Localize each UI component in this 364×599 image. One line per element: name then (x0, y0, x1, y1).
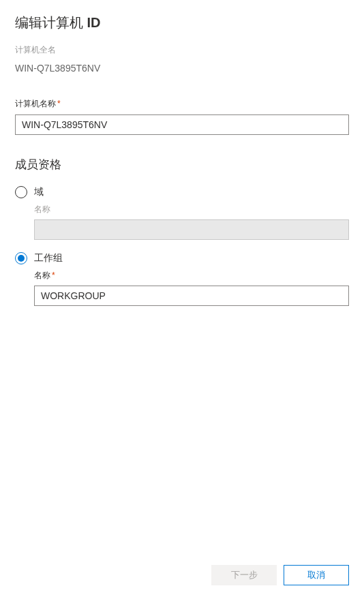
workgroup-name-field: 名称* (34, 270, 349, 306)
cancel-button[interactable]: 取消 (284, 565, 349, 585)
domain-name-label: 名称 (34, 204, 349, 215)
dialog-footer: 下一步 取消 (211, 565, 349, 585)
computer-name-label: 计算机名称* (15, 98, 349, 110)
full-name-label: 计算机全名 (15, 44, 349, 56)
radio-unselected-icon (15, 186, 27, 198)
radio-dot-icon (18, 255, 25, 262)
domain-name-input (34, 219, 349, 240)
workgroup-name-label: 名称* (34, 270, 349, 281)
computer-name-input[interactable] (15, 114, 349, 135)
workgroup-name-input[interactable] (34, 286, 349, 306)
title-bold: ID (87, 15, 101, 30)
full-name-value: WIN-Q7L3895T6NV (15, 63, 349, 74)
radio-selected-icon (15, 252, 27, 264)
title-prefix: 编辑计算机 (15, 15, 87, 30)
domain-name-field: 名称 (34, 204, 349, 240)
domain-radio[interactable]: 域 (15, 186, 349, 198)
membership-section-title: 成员资格 (15, 157, 349, 172)
required-mark: * (57, 99, 61, 108)
workgroup-radio[interactable]: 工作组 (15, 252, 349, 264)
dialog-title: 编辑计算机 ID (15, 14, 349, 32)
domain-radio-label: 域 (34, 186, 44, 198)
workgroup-radio-label: 工作组 (34, 252, 63, 264)
next-button[interactable]: 下一步 (211, 565, 277, 585)
required-mark: * (52, 271, 55, 280)
